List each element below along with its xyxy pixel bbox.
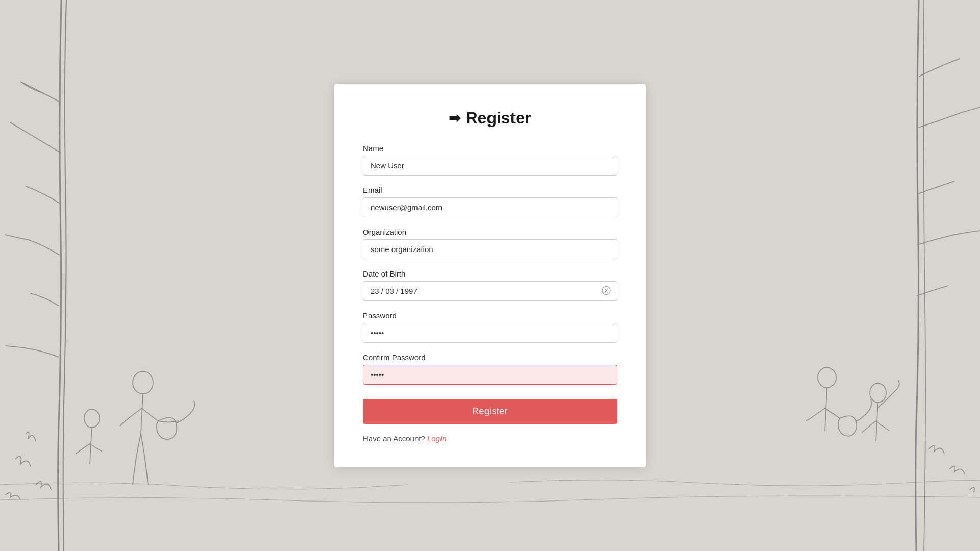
name-field-group: Name xyxy=(363,144,617,176)
login-link[interactable]: LogIn xyxy=(427,434,447,443)
email-label: Email xyxy=(363,186,617,194)
password-input[interactable] xyxy=(363,323,617,343)
register-form-card: ➡ Register Name Email Organization Date … xyxy=(334,84,646,467)
dob-field-group: Date of Birth ⓧ xyxy=(363,269,617,301)
name-label: Name xyxy=(363,144,617,153)
email-field-group: Email xyxy=(363,186,617,217)
form-title-text: Register xyxy=(465,109,531,128)
confirm-password-field-group: Confirm Password xyxy=(363,353,617,385)
have-account-text: Have an Account? xyxy=(363,434,425,443)
dob-input[interactable] xyxy=(363,281,617,301)
dob-clear-button[interactable]: ⓧ xyxy=(602,286,611,295)
password-label: Password xyxy=(363,311,617,320)
register-icon: ➡ xyxy=(449,110,460,127)
organization-label: Organization xyxy=(363,228,617,236)
confirm-password-label: Confirm Password xyxy=(363,353,617,362)
email-input[interactable] xyxy=(363,197,617,217)
organization-input[interactable] xyxy=(363,239,617,259)
dob-wrapper: ⓧ xyxy=(363,281,617,301)
organization-field-group: Organization xyxy=(363,228,617,259)
confirm-password-input[interactable] xyxy=(363,365,617,385)
name-input[interactable] xyxy=(363,156,617,176)
form-title: ➡ Register xyxy=(363,109,617,128)
password-field-group: Password xyxy=(363,311,617,343)
register-button[interactable]: Register xyxy=(363,399,617,424)
dob-label: Date of Birth xyxy=(363,269,617,278)
login-link-row: Have an Account? LogIn xyxy=(363,434,617,443)
